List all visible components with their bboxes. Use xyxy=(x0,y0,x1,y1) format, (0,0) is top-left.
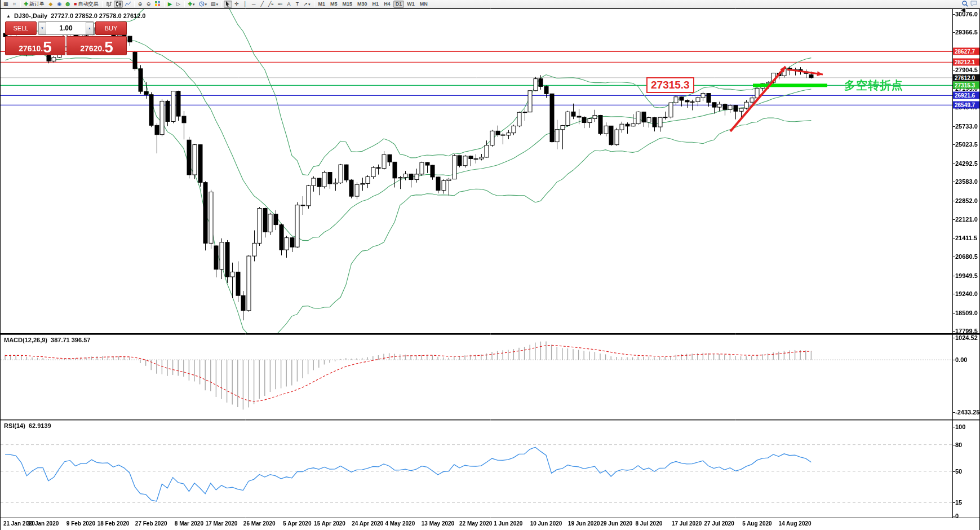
rsi-tick: 100 xyxy=(955,423,965,430)
date-label: 1 Jun 2020 xyxy=(489,520,528,527)
timeframe-m30[interactable]: M30 xyxy=(355,1,370,8)
horizontal-line-tool-icon[interactable]: ─ xyxy=(250,1,258,8)
date-label: 27 Jul 2020 xyxy=(699,520,739,527)
timeframe-m15[interactable]: M15 xyxy=(340,1,355,8)
timeframe-m5[interactable]: M5 xyxy=(328,1,340,8)
price-tick: 21411.5 xyxy=(955,235,977,241)
price-tick: 29366.5 xyxy=(955,29,978,36)
collapse-panel-icon[interactable]: ▲ xyxy=(6,14,11,19)
price-tick: 17799.5 xyxy=(955,328,978,334)
toolbar-separator xyxy=(134,1,135,7)
price-badge: 28627.7 xyxy=(953,48,979,55)
zoom-out-icon[interactable]: ⊖ xyxy=(145,1,153,8)
volume-stepper: ▼ 1.00 ▲ xyxy=(38,21,94,35)
pivot-price-label[interactable]: 27315.3 xyxy=(646,77,694,93)
rsi-value: 62.9139 xyxy=(29,422,51,429)
timeframe-h4[interactable]: H4 xyxy=(382,1,393,8)
macd-tick: 0.00 xyxy=(955,356,967,363)
zoom-in-icon[interactable]: ⊕ xyxy=(136,1,144,8)
rsi-tick: 15 xyxy=(955,499,962,506)
timeframe-mn[interactable]: MN xyxy=(418,1,430,8)
price-tick: 23583.0 xyxy=(955,178,978,185)
search-icon[interactable] xyxy=(962,1,968,8)
toolbar-separator xyxy=(164,1,165,7)
price-tick: 22852.0 xyxy=(955,197,978,204)
timeframe-h1[interactable]: H1 xyxy=(370,1,382,8)
rsi-tick: 80 xyxy=(955,441,962,448)
date-label: 26 Mar 2020 xyxy=(240,520,279,527)
text-tool-icon[interactable]: A xyxy=(285,1,292,8)
crosshair-tool-icon[interactable]: ✛ xyxy=(233,1,241,8)
styles-icon[interactable]: ◆ xyxy=(47,1,55,8)
buy-button[interactable]: BUY xyxy=(95,21,127,35)
new-order-button[interactable]: ✚ 新订单 xyxy=(23,1,47,8)
cursor-tool-icon[interactable] xyxy=(224,1,232,8)
macd-tick: -2433.25 xyxy=(955,409,979,416)
price-tick: 25023.5 xyxy=(955,141,978,148)
market-watch-icon[interactable]: ▦ xyxy=(2,1,10,8)
chart-shift-icon[interactable]: ▷ xyxy=(175,1,183,8)
periods-button[interactable]: ▾ xyxy=(197,1,209,8)
tile-windows-icon[interactable] xyxy=(153,1,162,8)
toolbar-separator xyxy=(184,1,185,7)
one-click-trading-panel: SELL ▼ 1.00 ▲ BUY 27610. 5 27620. 5 xyxy=(5,21,127,56)
rsi-name: RSI(14) xyxy=(4,422,25,429)
price-badge: 28212.1 xyxy=(953,59,979,66)
sell-price[interactable]: 27610. 5 xyxy=(5,36,65,55)
data-window-icon[interactable]: ⌗ xyxy=(11,1,19,8)
fibonacci-tool-icon[interactable]: ≡F xyxy=(276,1,285,8)
sell-button[interactable]: SELL xyxy=(5,21,37,35)
text-label-tool-icon[interactable]: T xyxy=(293,1,301,8)
price-tick: 20680.5 xyxy=(955,253,978,260)
channel-tool-icon[interactable]: ╱E xyxy=(267,1,275,8)
vertical-line-tool-icon[interactable]: │ xyxy=(241,1,249,8)
trendline-tool-icon[interactable]: ╱ xyxy=(258,1,266,8)
date-label: 5 Aug 2020 xyxy=(737,520,777,527)
sell-price-pips: 5 xyxy=(43,41,52,54)
price-badge: 26549.7 xyxy=(953,101,979,109)
bar-chart-icon[interactable] xyxy=(104,1,113,8)
date-label: 17 Mar 2020 xyxy=(202,520,241,527)
buy-price-main: 27620. xyxy=(80,45,104,54)
candlestick-chart-icon[interactable] xyxy=(114,1,123,8)
toolbar: ▦ ⌗ ✚ 新订单 ◆ ◉ ◍ ■ 自动交易 ⊕ ⊖ ▶ ▷ xyxy=(1,0,980,8)
auto-trading-button[interactable]: ■ 自动交易 xyxy=(72,1,100,8)
volume-input[interactable]: 1.00 xyxy=(46,22,86,34)
timeframe-w1[interactable]: W1 xyxy=(405,1,417,8)
timeframe-d1[interactable]: D1 xyxy=(393,1,405,8)
buy-price[interactable]: 27620. 5 xyxy=(66,36,127,55)
volume-decrease-button[interactable]: ▼ xyxy=(38,22,46,34)
chart-title: ▲ DJ30-,Daily 27727.0 27852.0 27578.0 27… xyxy=(6,12,145,19)
expert-advisors-icon[interactable]: ◉ xyxy=(55,1,63,8)
date-label: 10 Jun 2020 xyxy=(526,520,566,527)
volume-increase-button[interactable]: ▲ xyxy=(86,22,94,34)
pivot-annotation-text[interactable]: 多空转折点 xyxy=(844,78,903,93)
price-tick: 22121.0 xyxy=(955,216,978,223)
chart-canvas[interactable] xyxy=(1,0,980,530)
toolbar-separator xyxy=(102,1,103,7)
new-order-icon: ✚ xyxy=(24,2,29,7)
rsi-tick: 0 xyxy=(955,513,959,519)
line-chart-icon[interactable] xyxy=(123,1,132,8)
arrows-tool-button[interactable]: ↗▾ xyxy=(301,1,312,8)
date-label: 4 May 2020 xyxy=(380,520,420,527)
toolbar-separator xyxy=(221,1,222,7)
indicators-button[interactable]: ✚▾ xyxy=(187,1,197,8)
toolbar-separator xyxy=(314,1,314,7)
date-label: 30 Jan 2020 xyxy=(23,520,63,527)
buy-price-pips: 5 xyxy=(104,41,113,54)
chat-icon[interactable] xyxy=(970,1,977,8)
timeframe-m1[interactable]: M1 xyxy=(316,1,328,8)
date-label: 8 Jul 2020 xyxy=(629,520,668,527)
auto-trading-icon: ■ xyxy=(74,2,77,7)
date-label: 27 Feb 2020 xyxy=(131,520,171,527)
auto-scroll-icon[interactable]: ▶ xyxy=(166,1,174,8)
price-badge: 27612.0 xyxy=(953,74,979,81)
templates-button[interactable]: ▤▾ xyxy=(209,1,220,8)
price-tick: 18509.0 xyxy=(955,310,978,316)
ohlc-values: 27727.0 27852.0 27578.0 27612.0 xyxy=(51,12,145,19)
signals-icon[interactable]: ◍ xyxy=(64,1,72,8)
macd-tick: 1024.52 xyxy=(955,334,978,341)
price-tick: 27904.5 xyxy=(955,67,978,73)
trading-terminal: ▦ ⌗ ✚ 新订单 ◆ ◉ ◍ ■ 自动交易 ⊕ ⊖ ▶ ▷ xyxy=(0,0,980,530)
